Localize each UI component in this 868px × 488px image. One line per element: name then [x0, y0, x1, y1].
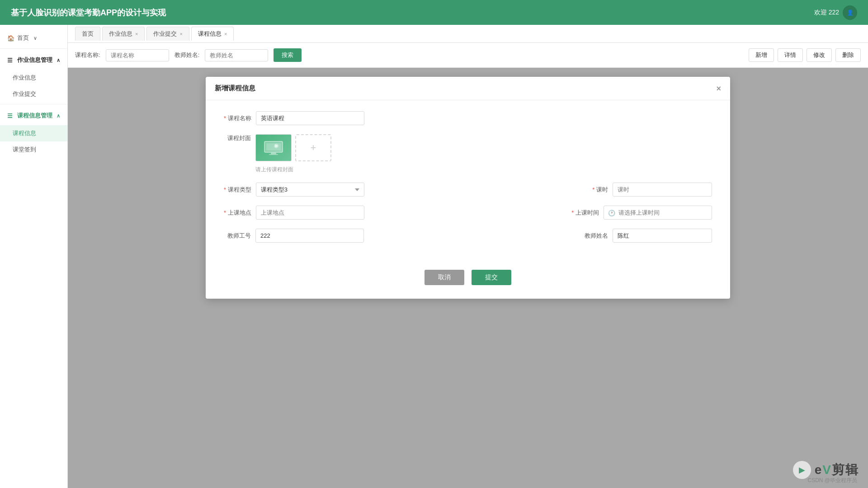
app-title: 基于人脸识别的课堂考勤APP的设计与实现 [11, 7, 166, 18]
course-type-label: 课程类型 [224, 186, 251, 194]
submit-button[interactable]: 提交 [472, 270, 511, 285]
location-label: 上课地点 [224, 209, 251, 217]
toolbar-right: 新增 详情 修改 删除 [749, 48, 861, 62]
sidebar-home[interactable]: 🏠 首页 ∨ [0, 29, 67, 47]
field-class-time: 上课时间 🕐 [571, 206, 712, 220]
time-input-wrap: 🕐 [604, 206, 712, 220]
teacher-id-input[interactable] [255, 229, 364, 243]
list-icon-course: ☰ [7, 113, 13, 119]
teacher-name-label: 教师姓名: [175, 51, 200, 59]
main-area: 新增课程信息 × 课程名称 [68, 68, 868, 488]
tab-course-info-close[interactable]: × [224, 31, 227, 37]
home-label: 首页 [17, 34, 29, 42]
tab-course-info-label: 课程信息 [198, 30, 222, 38]
modal-body: 课程名称 课程封面 [206, 100, 730, 261]
edit-button[interactable]: 修改 [807, 48, 832, 62]
tab-course-info[interactable]: 课程信息 × [191, 27, 234, 41]
svg-rect-2 [271, 153, 276, 154]
modal-footer: 取消 提交 [206, 261, 730, 299]
location-input[interactable] [256, 206, 364, 220]
topbar: 基于人脸识别的课堂考勤APP的设计与实现 欢迎 222 👤 [0, 0, 868, 25]
form-row-type-hours: 课程类型 课程类型3 课程类型1 课程类型2 课时 [224, 183, 712, 197]
modal-close-button[interactable]: × [716, 84, 721, 93]
field-teacher-id: 教师工号 [224, 229, 364, 243]
csdn-tag: CSDN @毕业程序员 [807, 477, 857, 484]
teacher-id-label: 教师工号 [224, 232, 251, 240]
tab-homework-submit[interactable]: 作业提交 × [146, 27, 189, 41]
list-icon: ☰ [7, 57, 13, 64]
tab-homework-submit-label: 作业提交 [153, 30, 177, 38]
cover-area: + [255, 134, 331, 161]
sidebar-item-homework-submit[interactable]: 作业提交 [0, 86, 67, 102]
sidebar-section-homework[interactable]: ☰ 作业信息管理 ∧ [0, 51, 67, 70]
field-location: 上课地点 [224, 206, 364, 220]
field-teacher-name: 教师姓名 [581, 229, 712, 243]
play-icon: ▶ [799, 465, 805, 475]
cover-field-label: 课程封面 [224, 134, 251, 142]
welcome-text: 欢迎 222 [814, 9, 839, 17]
sidebar-section-course[interactable]: ☰ 课程信息管理 ∧ [0, 106, 67, 125]
cover-preview [255, 134, 292, 161]
teacher-name-input[interactable] [205, 49, 268, 61]
form-row-cover: 课程封面 [224, 134, 712, 174]
sidebar-item-course-info[interactable]: 课程信息 [0, 125, 67, 141]
tab-bar: 首页 作业信息 × 作业提交 × 课程信息 × [68, 25, 868, 43]
tab-home-label: 首页 [82, 30, 94, 38]
course-name-field-label: 课程名称 [224, 114, 251, 122]
new-button[interactable]: 新增 [749, 48, 774, 62]
toolbar: 课程名称: 教师姓名: 搜索 新增 详情 修改 删除 [68, 43, 868, 68]
course-name-input[interactable] [106, 49, 169, 61]
avatar[interactable]: 👤 [843, 5, 857, 20]
course-name-label: 课程名称: [75, 51, 100, 59]
search-button[interactable]: 搜索 [274, 48, 302, 62]
teacher-name-field-input[interactable] [613, 229, 712, 243]
modal-dialog: 新增课程信息 × 课程名称 [206, 77, 730, 299]
field-class-hours: 课时 [581, 183, 712, 197]
tab-homework-info-close[interactable]: × [135, 31, 138, 37]
class-hours-input[interactable] [613, 183, 712, 197]
watermark-text: eV剪辑 [815, 461, 859, 479]
tab-homework-submit-close[interactable]: × [179, 31, 182, 37]
chevron-up-icon-course: ∧ [57, 113, 60, 119]
content-area: 首页 作业信息 × 作业提交 × 课程信息 × 课程名称: 教师姓名: 搜索 新 [68, 25, 868, 488]
user-area: 欢迎 222 👤 [814, 5, 857, 20]
watermark: ▶ eV剪辑 [793, 461, 859, 479]
chevron-up-icon: ∧ [57, 57, 60, 63]
modal-title: 新增课程信息 [215, 84, 255, 93]
clock-icon: 🕐 [608, 209, 615, 216]
tab-homework-info[interactable]: 作业信息 × [102, 27, 145, 41]
tab-home[interactable]: 首页 [75, 27, 100, 41]
class-hours-label: 课时 [581, 186, 608, 194]
svg-rect-1 [266, 143, 281, 150]
cancel-button[interactable]: 取消 [425, 270, 464, 285]
field-course-name: 课程名称 [224, 111, 364, 125]
sidebar-item-attendance[interactable]: 课堂签到 [0, 141, 67, 158]
sidebar: 🏠 首页 ∨ ☰ 作业信息管理 ∧ 作业信息 作业提交 ☰ 课程信息管理 ∧ 课… [0, 25, 68, 488]
modal-overlay: 新增课程信息 × 课程名称 [68, 68, 868, 488]
delete-button[interactable]: 删除 [835, 48, 861, 62]
home-icon: 🏠 [7, 35, 14, 42]
teacher-name-field-label: 教师姓名 [581, 232, 608, 240]
sidebar-course-label: 课程信息管理 [17, 112, 52, 120]
form-row-location-time: 上课地点 上课时间 🕐 [224, 206, 712, 220]
field-course-type: 课程类型 课程类型3 课程类型1 课程类型2 [224, 183, 364, 197]
cover-add-button[interactable]: + [295, 134, 331, 161]
home-arrow: ∨ [33, 35, 37, 41]
cover-thumbnail-icon [263, 140, 284, 156]
class-time-label: 上课时间 [571, 209, 599, 217]
cover-hint-text: 请上传课程封面 [255, 166, 331, 174]
ev-logo: ▶ [793, 461, 811, 479]
detail-button[interactable]: 详情 [778, 48, 803, 62]
sidebar-item-homework-info[interactable]: 作业信息 [0, 70, 67, 86]
course-name-field-input[interactable] [256, 111, 364, 125]
modal-header: 新增课程信息 × [206, 77, 730, 100]
class-time-input[interactable] [604, 206, 712, 220]
course-type-select[interactable]: 课程类型3 课程类型1 课程类型2 [256, 183, 364, 197]
form-row-course-name: 课程名称 [224, 111, 712, 125]
field-cover: 课程封面 [224, 134, 331, 174]
form-row-teacher: 教师工号 教师姓名 [224, 229, 712, 243]
svg-rect-3 [269, 154, 278, 155]
sidebar-homework-label: 作业信息管理 [17, 56, 52, 64]
tab-homework-info-label: 作业信息 [109, 30, 132, 38]
